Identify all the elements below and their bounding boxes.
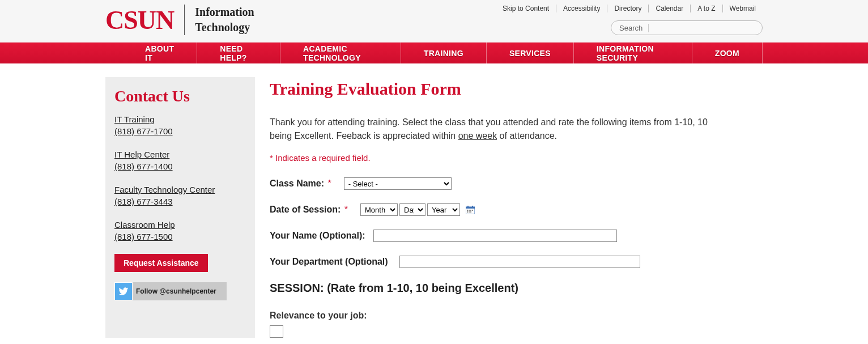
util-calendar[interactable]: Calendar	[649, 5, 691, 12]
svg-rect-3	[472, 206, 473, 207]
search-label: Search	[619, 24, 649, 32]
twitter-icon	[114, 282, 133, 300]
svg-rect-9	[469, 211, 470, 213]
intro-underlined: one week	[458, 131, 497, 141]
util-accessibility[interactable]: Accessibility	[556, 5, 607, 12]
sidebar-title: Contact Us	[114, 87, 246, 105]
search-input[interactable]	[653, 24, 754, 32]
sidebar: Contact Us IT Training (818) 677-1700 IT…	[105, 77, 255, 338]
calendar-icon[interactable]	[466, 206, 475, 214]
svg-rect-2	[467, 206, 469, 207]
row-class-name: Class Name: * - Select -	[270, 177, 763, 190]
row-date-of-session: Date of Session: * Month Day Year	[270, 203, 763, 216]
site-title-line2: Technology	[195, 20, 254, 35]
contact-phone-link[interactable]: (818) 677-1500	[114, 231, 246, 243]
contact-name-link[interactable]: IT Training	[114, 113, 246, 125]
request-assistance-button[interactable]: Request Assistance	[114, 254, 208, 272]
required-star: *	[325, 179, 331, 189]
select-month[interactable]: Month	[360, 203, 398, 216]
input-your-department[interactable]	[399, 256, 640, 268]
input-your-name[interactable]	[373, 230, 617, 242]
page-title: Training Evaluation Form	[270, 79, 763, 99]
contact-phone-link[interactable]: (818) 677-1700	[114, 125, 246, 137]
intro-text: Thank you for attending training. Select…	[270, 116, 729, 143]
session-heading: SESSION: (Rate from 1-10, 10 being Excel…	[270, 282, 763, 295]
svg-rect-8	[467, 211, 468, 213]
twitter-follow-label: Follow @csunhelpcenter	[136, 287, 216, 295]
site-title[interactable]: Information Technology	[195, 5, 254, 35]
input-relevance[interactable]	[270, 325, 283, 338]
nav-need-help[interactable]: NEED HELP?	[197, 43, 280, 63]
intro-post: of attendance.	[497, 131, 557, 141]
label-your-department: Your Department (Optional)	[270, 257, 388, 267]
svg-rect-5	[469, 210, 470, 211]
svg-rect-1	[466, 207, 475, 209]
nav-training[interactable]: TRAINING	[401, 43, 487, 63]
twitter-follow-button[interactable]: Follow @csunhelpcenter	[114, 282, 227, 300]
select-day[interactable]: Day	[399, 203, 426, 216]
nav-services[interactable]: SERVICES	[487, 43, 574, 63]
svg-rect-10	[470, 211, 471, 213]
select-year[interactable]: Year	[427, 203, 460, 216]
site-title-line1: Information	[195, 5, 254, 20]
row-your-name: Your Name (Optional):	[270, 230, 763, 242]
label-your-name: Your Name (Optional):	[270, 231, 365, 241]
contact-it-help-center: IT Help Center (818) 677-1400	[114, 148, 246, 172]
contact-classroom-help: Classroom Help (818) 677-1500	[114, 219, 246, 243]
utility-links: Skip to Content Accessibility Directory …	[496, 5, 763, 12]
row-your-department: Your Department (Optional)	[270, 256, 763, 268]
label-date-of-session: Date of Session:	[270, 205, 341, 215]
contact-phone-link[interactable]: (818) 677-3443	[114, 196, 246, 207]
nav-zoom[interactable]: ZOOM	[692, 43, 763, 63]
util-skip-to-content[interactable]: Skip to Content	[496, 5, 556, 12]
util-webmail[interactable]: Webmail	[723, 5, 763, 12]
nav-about-it[interactable]: ABOUT IT	[105, 43, 197, 63]
contact-phone-link[interactable]: (818) 677-1400	[114, 160, 246, 172]
nav-information-security[interactable]: INFORMATION SECURITY	[574, 43, 692, 63]
label-relevance: Relevance to your job:	[270, 311, 763, 321]
nav-academic-technology[interactable]: ACADEMIC TECHNOLOGY	[280, 43, 401, 63]
contact-faculty-technology-center: Faculty Technology Center (818) 677-3443	[114, 184, 246, 207]
main-content: Training Evaluation Form Thank you for a…	[270, 77, 763, 338]
contact-name-link[interactable]: Classroom Help	[114, 219, 246, 231]
svg-rect-4	[467, 210, 468, 211]
util-directory[interactable]: Directory	[607, 5, 649, 12]
label-class-name: Class Name:	[270, 179, 324, 189]
required-note: * Indicates a required field.	[270, 153, 763, 163]
required-star: *	[342, 205, 348, 215]
search-box[interactable]: Search	[611, 20, 763, 35]
contact-name-link[interactable]: IT Help Center	[114, 148, 246, 160]
util-a-to-z[interactable]: A to Z	[691, 5, 722, 12]
select-class-name[interactable]: - Select -	[344, 177, 452, 190]
contact-it-training: IT Training (818) 677-1700	[114, 113, 246, 137]
logo-divider	[184, 5, 185, 35]
csun-logo[interactable]: CSUN	[105, 5, 174, 35]
svg-rect-7	[472, 210, 473, 211]
main-nav: ABOUT IT NEED HELP? ACADEMIC TECHNOLOGY …	[105, 43, 763, 63]
svg-rect-6	[470, 210, 471, 211]
contact-name-link[interactable]: Faculty Technology Center	[114, 184, 246, 196]
